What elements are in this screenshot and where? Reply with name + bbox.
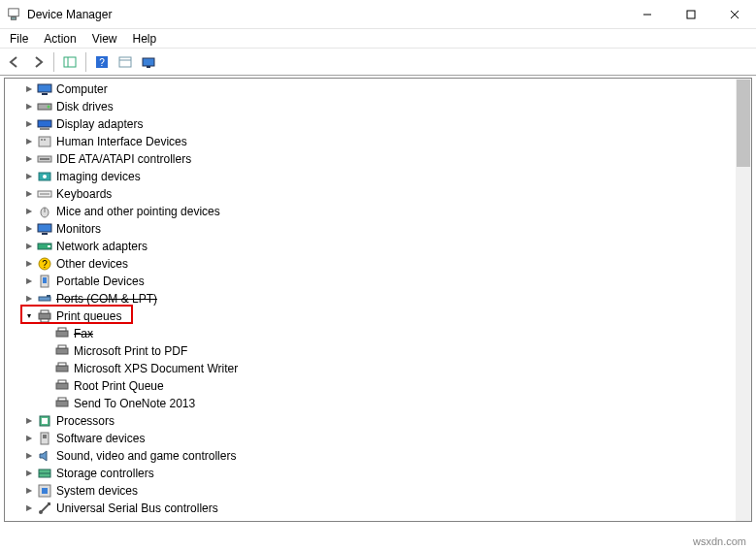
tree-node-sound[interactable]: ▶ Sound, video and game controllers <box>7 447 736 465</box>
tree-node-root-print-queue[interactable]: Root Print Queue <box>7 377 736 395</box>
tree-node-network[interactable]: ▶ Network adapters <box>7 238 736 255</box>
chevron-right-icon[interactable]: ▶ <box>22 170 36 183</box>
storage-controller-icon <box>37 466 52 481</box>
tree-node-mice[interactable]: ▶ Mice and other pointing devices <box>7 203 736 220</box>
tree-node-ports[interactable]: ▶ Ports (COM & LPT) <box>7 290 736 307</box>
svg-rect-45 <box>58 328 66 331</box>
tree-node-computer[interactable]: ▶ Computer <box>7 81 736 98</box>
svg-point-22 <box>44 139 46 141</box>
window-buttons <box>625 0 756 28</box>
vertical-scrollbar[interactable] <box>736 79 751 521</box>
printer-icon <box>54 343 70 359</box>
back-button[interactable] <box>4 51 25 73</box>
tree-node-label: Computer <box>56 81 108 98</box>
toolbar-separator <box>85 52 86 72</box>
window-title: Device Manager <box>27 8 625 21</box>
svg-rect-38 <box>43 277 47 283</box>
svg-rect-15 <box>42 93 48 95</box>
tree-node-other-devices[interactable]: ▶ ? Other devices <box>7 255 736 273</box>
help-button[interactable]: ? <box>91 51 113 73</box>
scan-hardware-button[interactable] <box>138 51 159 73</box>
tree-node-system-devices[interactable]: ▶ System devices <box>7 482 736 500</box>
chevron-right-icon[interactable]: ▶ <box>22 484 36 498</box>
scrollbar-thumb[interactable] <box>737 80 750 167</box>
chevron-right-icon[interactable]: ▶ <box>22 432 36 445</box>
menu-view[interactable]: View <box>86 30 123 48</box>
tree-node-send-to-onenote[interactable]: Send To OneNote 2013 <box>7 395 736 412</box>
svg-rect-50 <box>56 383 68 389</box>
printer-icon <box>54 326 70 341</box>
menu-help[interactable]: Help <box>127 30 163 48</box>
tree-node-portable-devices[interactable]: ▶ Portable Devices <box>7 273 736 290</box>
tree-node-software-devices[interactable]: ▶ Software devices <box>7 430 736 447</box>
svg-rect-20 <box>39 137 50 146</box>
close-button[interactable] <box>712 0 756 28</box>
printer-icon <box>54 361 70 376</box>
tree-node-label: Sound, video and game controllers <box>56 447 236 465</box>
chevron-right-icon[interactable]: ▶ <box>22 449 36 463</box>
svg-rect-39 <box>39 297 50 301</box>
svg-rect-44 <box>56 331 68 337</box>
tree-node-ide[interactable]: ▶ IDE ATA/ATAPI controllers <box>7 150 736 168</box>
toolbar: ? <box>0 49 756 76</box>
chevron-right-icon[interactable]: ▶ <box>22 275 36 288</box>
tree-node-storage[interactable]: ▶ Storage controllers <box>7 465 736 482</box>
watermark: wsxdn.com <box>689 534 750 548</box>
chevron-right-icon[interactable]: ▶ <box>22 222 36 236</box>
device-tree[interactable]: ▶ Computer ▶ Disk drives ▶ Display adapt… <box>7 81 736 519</box>
tree-node-usb[interactable]: ▶ Universal Serial Bus controllers <box>7 500 736 517</box>
chevron-right-icon[interactable]: ▶ <box>22 152 36 166</box>
display-adapter-icon <box>37 116 52 132</box>
minimize-button[interactable] <box>625 0 669 28</box>
tree-node-display-adapters[interactable]: ▶ Display adapters <box>7 115 736 133</box>
chevron-right-icon[interactable]: ▶ <box>22 467 36 480</box>
menu-action[interactable]: Action <box>38 30 82 48</box>
chevron-right-icon[interactable]: ▶ <box>22 205 36 218</box>
menu-bar: File Action View Help <box>0 29 756 49</box>
svg-line-63 <box>41 504 49 512</box>
tree-node-monitors[interactable]: ▶ Monitors <box>7 220 736 238</box>
tree-node-print-queues[interactable]: ▾ Print queues <box>7 307 736 325</box>
chevron-right-icon[interactable]: ▶ <box>22 292 36 306</box>
svg-rect-64 <box>48 502 50 505</box>
chevron-right-icon[interactable]: ▶ <box>22 257 36 271</box>
title-bar: Device Manager <box>0 0 756 29</box>
tree-node-label: Fax <box>74 325 93 342</box>
menu-file[interactable]: File <box>4 30 34 48</box>
chevron-right-icon[interactable]: ▶ <box>22 187 36 201</box>
software-device-icon <box>37 431 52 446</box>
chevron-right-icon[interactable]: ▶ <box>22 117 36 131</box>
tree-node-keyboards[interactable]: ▶ Keyboards <box>7 185 736 203</box>
processor-icon <box>37 413 52 429</box>
tree-node-hid[interactable]: ▶ Human Interface Devices <box>7 133 736 150</box>
svg-rect-42 <box>41 310 49 313</box>
chevron-right-icon[interactable]: ▶ <box>22 240 36 253</box>
tree-node-imaging[interactable]: ▶ Imaging devices <box>7 168 736 185</box>
chevron-right-icon[interactable]: ▶ <box>22 82 36 96</box>
tree-node-ms-xps-writer[interactable]: Microsoft XPS Document Writer <box>7 360 736 377</box>
printer-icon <box>54 396 70 411</box>
tree-node-label: Portable Devices <box>56 273 145 290</box>
svg-rect-14 <box>38 84 51 92</box>
tree-node-disk-drives[interactable]: ▶ Disk drives <box>7 98 736 115</box>
chevron-down-icon[interactable]: ▾ <box>22 309 36 323</box>
svg-rect-3 <box>687 11 695 18</box>
properties-button[interactable] <box>115 51 136 73</box>
svg-rect-0 <box>9 8 19 16</box>
tree-node-label: Processors <box>56 412 115 430</box>
chevron-right-icon[interactable]: ▶ <box>22 414 36 428</box>
svg-rect-48 <box>56 366 68 372</box>
imaging-icon <box>37 169 52 184</box>
tree-node-processors[interactable]: ▶ Processors <box>7 412 736 430</box>
chevron-right-icon[interactable]: ▶ <box>22 135 36 148</box>
tree-node-ms-print-pdf[interactable]: Microsoft Print to PDF <box>7 342 736 360</box>
forward-button[interactable] <box>27 51 49 73</box>
chevron-right-icon[interactable]: ▶ <box>22 501 36 515</box>
svg-rect-1 <box>11 16 16 19</box>
svg-rect-51 <box>58 380 66 383</box>
chevron-right-icon[interactable]: ▶ <box>22 100 36 113</box>
tree-node-fax[interactable]: Fax <box>7 325 736 342</box>
ide-controller-icon <box>37 151 52 167</box>
show-hide-console-tree-button[interactable] <box>59 51 81 73</box>
maximize-button[interactable] <box>669 0 712 28</box>
